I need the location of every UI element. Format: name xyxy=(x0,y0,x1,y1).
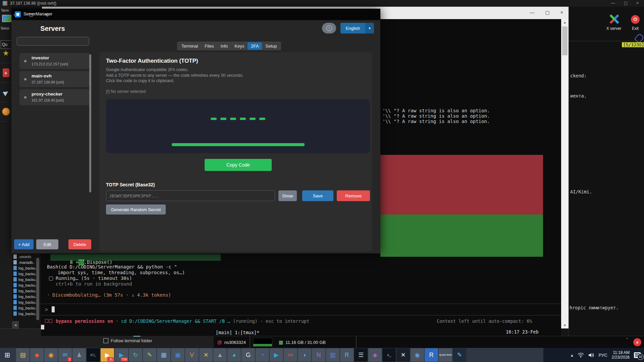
copy-code-button[interactable]: Copy Code xyxy=(205,159,272,171)
add-server-button[interactable]: + Add xyxy=(14,239,34,249)
taskbar-app-icon[interactable]: ◈ xyxy=(368,348,382,362)
server-list-item[interactable]: main-ovh 37.187.136.86 [ssh] xyxy=(19,71,90,87)
x-server-icon[interactable] xyxy=(608,14,620,24)
paper-plane-icon[interactable]: ▶ xyxy=(2,87,10,97)
taskbar-app-icon[interactable]: R xyxy=(340,348,354,362)
taskbar-app-icon[interactable]: N xyxy=(312,348,325,362)
status-line: bypass permissions on · cd D:/CODING/Ser… xyxy=(45,318,309,324)
sidebar-scrollbar-thumb[interactable] xyxy=(89,54,91,192)
tray-segment[interactable]: ▥ 11.16 GB / 31.00 GB xyxy=(275,336,357,348)
save-secret-button[interactable]: Save xyxy=(302,190,333,201)
taskbar-app-icon[interactable]: R xyxy=(425,348,438,362)
terminal-line: '\\ "? A raw string is also an option. xyxy=(382,108,490,113)
taskbar-app-icon[interactable]: ☰ xyxy=(354,348,368,362)
taskbar-app-icon[interactable]: ▶ .31 xyxy=(101,348,114,362)
clock[interactable]: 11:18 AM 2/23/2026 xyxy=(612,350,630,360)
tray-segment-icon: @ xyxy=(217,340,222,345)
edit-server-button[interactable]: Edit xyxy=(36,239,58,249)
maximize-icon[interactable]: ▢ xyxy=(545,10,550,15)
speaker-icon[interactable] xyxy=(588,353,594,358)
show-secret-button[interactable]: Show xyxy=(278,190,297,201)
scroll-up-icon[interactable]: ▴ xyxy=(561,20,569,24)
close-monitor-icon[interactable]: × xyxy=(633,338,641,346)
exit-power-icon[interactable]: ⏻ xyxy=(631,15,640,24)
language-dropdown[interactable]: English ▾ xyxy=(340,23,374,34)
taskbar-app-icon[interactable]: ◕ xyxy=(227,348,241,362)
close-icon[interactable]: × xyxy=(560,10,563,15)
wifi-icon[interactable] xyxy=(578,353,584,358)
tray-segment[interactable]: @ ns3063324 xyxy=(214,336,250,348)
tools-knife-icon[interactable]: + xyxy=(3,68,9,77)
tab-2fa[interactable]: 2FA xyxy=(248,42,262,50)
app-glyph: N xyxy=(317,352,321,358)
remove-secret-button[interactable]: Remove xyxy=(337,190,370,201)
taskbar-app-icon[interactable]: ♟ xyxy=(72,348,86,362)
taskbar-app-icon[interactable]: ▲ xyxy=(213,348,227,362)
chevron-down-icon[interactable]: ⌄ xyxy=(626,336,629,340)
minimize-icon[interactable]: — xyxy=(611,1,615,5)
prompt-border-top xyxy=(41,304,561,304)
file-panel-scrollbar[interactable] xyxy=(36,258,39,320)
taskbar-app-icon[interactable]: C:\_ xyxy=(87,348,100,362)
follow-folder-checkbox[interactable] xyxy=(103,338,108,343)
totp-code-panel[interactable] xyxy=(106,99,370,153)
taskbar-app-icon[interactable]: ▦ xyxy=(157,348,170,362)
taskbar-app-icon[interactable]: >_ xyxy=(382,348,396,362)
globe-icon[interactable] xyxy=(2,108,10,116)
taskbar-app-icon[interactable]: ✎ xyxy=(143,348,156,362)
taskbar-app-icon[interactable]: ↻ xyxy=(129,348,142,362)
taskbar-app-icon[interactable]: Quick time xyxy=(439,348,452,362)
server-search-input[interactable] xyxy=(17,37,89,46)
taskbar-app-icon[interactable]: G xyxy=(241,348,255,362)
taskbar-app-icon[interactable]: ◉ xyxy=(411,348,424,362)
taskbar-app-icon[interactable]: ✕ xyxy=(199,348,213,362)
language-indicator[interactable]: РУС xyxy=(599,353,607,358)
minimize-icon[interactable]: — xyxy=(530,10,535,15)
tab-info[interactable]: Info xyxy=(217,42,231,50)
tab-keys[interactable]: Keys xyxy=(231,42,248,50)
taskbar-app-icon[interactable]: ◔ xyxy=(256,348,269,362)
status-tail: (running) · esc to interrupt xyxy=(233,318,310,324)
tab-files[interactable]: Files xyxy=(201,42,217,50)
taskbar-app-icon[interactable]: ✕ xyxy=(396,348,410,362)
taskbar-app-icon[interactable]: V xyxy=(185,348,199,362)
taskbar-app-icon[interactable]: ◉ xyxy=(44,348,58,362)
tab-setup[interactable]: Setup xyxy=(262,42,280,50)
taskbar-app-icon[interactable]: ▶ xyxy=(270,348,283,362)
server-manager-titlebar[interactable]: ServerManager — ▢ × xyxy=(11,9,380,20)
taskbar-app-icon[interactable]: ✉ 2 xyxy=(58,348,72,362)
text-cursor[interactable] xyxy=(52,306,55,312)
notification-center-icon[interactable]: 32 xyxy=(634,352,641,358)
start-button[interactable]: ⊞ xyxy=(0,348,15,362)
taskbar-app-icon[interactable]: ◖ xyxy=(298,348,311,362)
tab-terminal[interactable]: Terminal xyxy=(178,42,201,50)
taskbar-app-icon[interactable]: ▶ 716 xyxy=(115,348,128,362)
server-list-item[interactable]: investor 173.212.212.157 [ssh] xyxy=(19,53,90,69)
taskbar-app-icon[interactable]: ▣ xyxy=(171,348,184,362)
scrollbar-thumb[interactable] xyxy=(562,26,568,55)
taskbar-app-icon[interactable]: HS xyxy=(284,348,297,362)
taskbar-app-icon[interactable]: ▤ xyxy=(16,348,30,362)
taskbar-app-icon[interactable]: ◆ xyxy=(30,348,44,362)
follow-folder-label[interactable]: Follow terminal folder xyxy=(111,338,152,343)
taskbar: ⊞ ▤ ◆ ◉ ✉ 2 xyxy=(0,348,644,362)
paperclip-icon[interactable] xyxy=(634,33,644,43)
scroll-down-icon[interactable]: ▾ xyxy=(561,323,569,327)
star-icon[interactable]: ★ xyxy=(3,49,9,58)
mobaxterm-title: 37.187.136.86 ([root ovh]) xyxy=(10,1,56,6)
terminal-scrollbar[interactable]: ▴ ▾ xyxy=(561,19,569,328)
taskbar-app-icon[interactable]: ▥ xyxy=(326,348,339,362)
close-icon[interactable]: × xyxy=(636,1,639,5)
taskbar-app-icon[interactable]: ✎ xyxy=(453,348,466,362)
chevron-up-icon[interactable]: ▴ xyxy=(639,42,641,46)
sessions-icon[interactable] xyxy=(2,15,11,22)
generate-secret-button[interactable]: Generate Random Secret xyxy=(106,204,166,215)
chevron-up-icon[interactable]: ▴ xyxy=(571,353,573,358)
app-glyph: ✎ xyxy=(147,352,152,358)
info-button[interactable]: i xyxy=(322,23,336,34)
server-list-item[interactable]: proxy-checker 161.97.118.40 [ssh] xyxy=(19,89,90,105)
back-arrow-button[interactable]: ◂ xyxy=(12,321,19,328)
maximize-icon[interactable]: ▢ xyxy=(624,1,628,5)
totp-secret-input[interactable] xyxy=(106,190,275,201)
delete-server-button[interactable]: Delete xyxy=(68,239,91,249)
